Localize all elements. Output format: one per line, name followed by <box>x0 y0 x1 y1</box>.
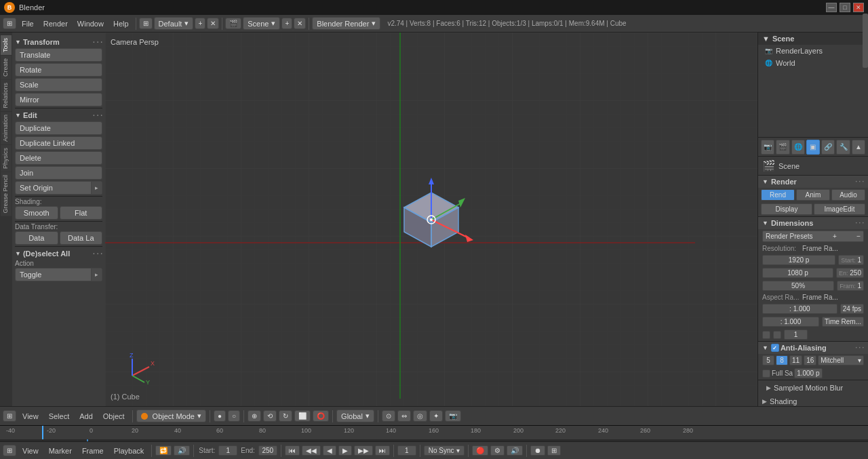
playback-menu[interactable]: Playback <box>110 445 149 456</box>
rotate-icon[interactable]: ↻ <box>279 410 292 422</box>
animation-tab[interactable]: Animation <box>1 112 12 144</box>
deselect-section-header[interactable]: ▼ (De)select All · · · <box>15 250 102 258</box>
current-frame-field[interactable]: 1 <box>397 445 416 456</box>
scene-remove-btn[interactable]: ✕ <box>294 18 306 29</box>
toggle-arrow[interactable]: ▸ <box>91 268 102 281</box>
constraint-icon[interactable]: 🔗 <box>821 140 835 155</box>
file-menu[interactable]: File <box>18 18 38 29</box>
audio-tab[interactable]: Audio <box>831 189 865 201</box>
toggle-button[interactable]: Toggle <box>16 268 91 281</box>
object-props-icon[interactable]: ▣ <box>806 140 820 155</box>
dimensions-section-header[interactable]: ▼ Dimensions · · · <box>758 217 868 229</box>
res-y-field[interactable]: 1080 p <box>762 268 833 278</box>
sampled-motion-collapse[interactable]: ▶ Sampled Motion Blur <box>762 382 847 394</box>
transform-section-header[interactable]: ▼ Transform · · · <box>15 38 102 46</box>
aa-5[interactable]: 5 <box>762 355 774 365</box>
create-tab[interactable]: Create <box>1 56 12 79</box>
res-x-field[interactable]: 1920 p <box>762 255 835 265</box>
keyframe-insert-btn[interactable]: 🔴 <box>472 445 488 456</box>
transform-icon[interactable]: ⟲ <box>263 410 277 422</box>
render-layers-item[interactable]: 📷 RenderLayers <box>758 45 868 57</box>
viewport-engine-icon[interactable]: ⊞ <box>3 410 16 422</box>
sound-icon[interactable]: 🔊 <box>174 445 190 456</box>
scene-icon-btn[interactable]: 🎬 <box>225 18 241 29</box>
checkbox-1[interactable] <box>762 331 770 339</box>
workspace-icon-btn[interactable]: ⊞ <box>3 18 16 29</box>
scene-add-btn[interactable]: + <box>281 18 292 29</box>
full-sa-value[interactable]: 1.000 p <box>794 368 822 378</box>
mirror-button[interactable]: Mirror <box>15 93 102 106</box>
x-mirror[interactable]: ⇔ <box>397 410 411 422</box>
physics-tab[interactable]: Physics <box>1 145 12 172</box>
render-props-icon[interactable]: 📷 <box>761 140 774 155</box>
modifier-icon[interactable]: 🔧 <box>836 140 850 155</box>
relations-tab[interactable]: Relations <box>1 80 12 111</box>
full-sa-checkbox[interactable] <box>762 370 770 378</box>
render-menu[interactable]: Render <box>39 18 72 29</box>
add-menu[interactable]: Add <box>75 411 97 422</box>
viewport-shade-wire[interactable]: ○ <box>228 410 240 422</box>
object-mode-selector[interactable]: Object Mode ▾ <box>136 410 206 422</box>
image-edit-tab[interactable]: ImageEdit <box>814 203 865 215</box>
duplicate-button[interactable]: Duplicate <box>15 121 102 135</box>
display-tab[interactable]: Display <box>761 203 812 215</box>
aa-filter-selector[interactable]: Mitchell ▾ <box>818 355 864 365</box>
workspace-add-btn[interactable]: + <box>195 18 205 29</box>
checkbox-2[interactable] <box>773 331 781 339</box>
viewport[interactable]: Camera Persp <box>105 33 757 406</box>
res-pct-field[interactable]: 50% <box>762 281 834 291</box>
show-bones[interactable]: ✦ <box>429 410 443 422</box>
playback-settings[interactable]: ⚙ <box>490 445 505 456</box>
viewport-shade-solid[interactable]: ● <box>214 410 226 422</box>
next-key-btn[interactable]: ▶▶ <box>354 445 373 456</box>
rend-tab[interactable]: Rend <box>761 189 795 201</box>
object-menu[interactable]: Object <box>99 411 129 422</box>
frame-field[interactable]: Fram: 1 <box>837 281 864 291</box>
world-props-icon[interactable]: 🌐 <box>791 140 805 155</box>
onion-skin[interactable]: ◎ <box>413 410 427 422</box>
sync-selector[interactable]: No Sync ▾ <box>424 445 465 456</box>
scene-props-icon[interactable]: 🎬 <box>776 140 789 155</box>
aa-11[interactable]: 11 <box>789 355 802 365</box>
aa-checkbox[interactable]: ✓ <box>771 344 779 352</box>
data-icon[interactable]: ▲ <box>852 140 865 155</box>
record-btn[interactable]: ⏺ <box>530 445 545 456</box>
window-menu[interactable]: Window <box>73 18 108 29</box>
select-circle-icon[interactable]: ⭕ <box>313 410 329 422</box>
join-button[interactable]: Join <box>15 166 102 180</box>
frame-num-field[interactable]: 1 <box>784 330 808 340</box>
frame-menu[interactable]: Frame <box>78 445 108 456</box>
start-field[interactable]: Start: 1 <box>838 255 864 265</box>
jump-start-btn[interactable]: ⏮ <box>285 445 300 456</box>
play-backward-btn[interactable]: ◀ <box>323 445 336 456</box>
jump-end-btn[interactable]: ⏭ <box>375 445 390 456</box>
snap-icon[interactable]: ⊕ <box>248 410 261 422</box>
prev-key-btn[interactable]: ◀◀ <box>302 445 321 456</box>
play-forward-btn[interactable]: ▶ <box>338 445 352 456</box>
data-la-button[interactable]: Data La <box>60 231 103 245</box>
anim-tab[interactable]: Anim <box>796 189 830 201</box>
scene-selector[interactable]: Scene ▾ <box>243 17 280 30</box>
flat-button[interactable]: Flat <box>60 206 103 220</box>
proportional-edit[interactable]: ⊙ <box>382 410 395 422</box>
set-origin-arrow[interactable]: ▸ <box>91 182 102 194</box>
minimize-button[interactable]: — <box>826 3 837 12</box>
timeline-view-menu[interactable]: View <box>18 445 43 456</box>
smooth-button[interactable]: Smooth <box>15 206 58 220</box>
view-menu[interactable]: View <box>18 411 43 422</box>
help-menu[interactable]: Help <box>109 18 133 29</box>
timeline-area[interactable] <box>0 439 868 441</box>
workspace-remove-btn[interactable]: ✕ <box>207 18 219 29</box>
data-button[interactable]: Data <box>15 231 58 245</box>
set-origin-button[interactable]: Set Origin <box>16 182 91 194</box>
aspect-x-field[interactable]: : 1.000 <box>762 304 837 314</box>
timeline-engine-icon[interactable]: ⊞ <box>3 445 16 456</box>
time-rem-field[interactable]: Time Rem... <box>822 317 864 327</box>
global-selector[interactable]: Global ▾ <box>336 410 374 422</box>
end-frame-field[interactable]: 250 <box>258 445 277 456</box>
layout-icon-btn[interactable]: ⊞ <box>139 18 153 29</box>
aa-16[interactable]: 16 <box>804 355 816 365</box>
edit-section-header[interactable]: ▼ Edit · · · <box>15 111 102 119</box>
viewport-render[interactable]: 📷 <box>445 410 461 422</box>
fps-field[interactable]: 24 fps <box>840 304 864 314</box>
